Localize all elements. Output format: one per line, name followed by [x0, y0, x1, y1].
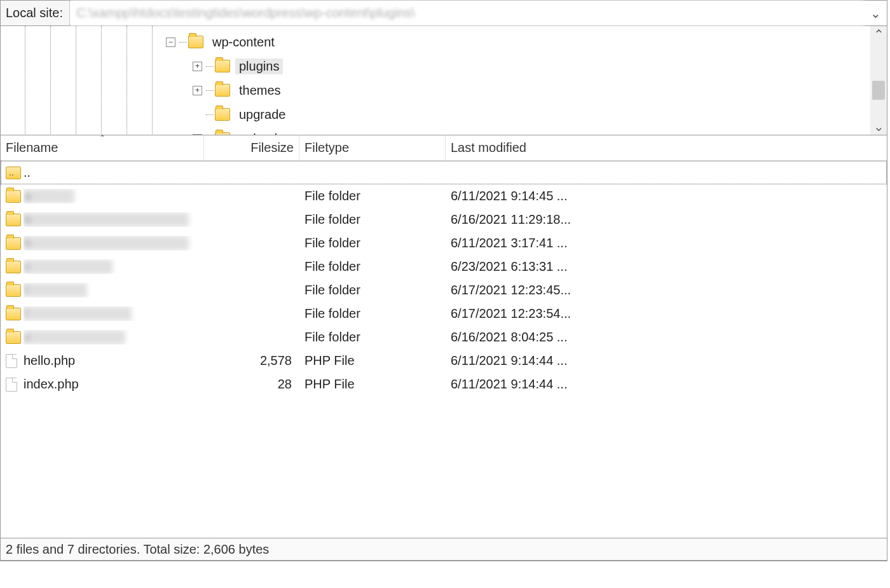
- folder-icon: [215, 108, 230, 121]
- file-row[interactable]: fFile folder6/17/2021 12:23:45...: [1, 278, 887, 302]
- scroll-up-button[interactable]: ⌃: [870, 26, 887, 43]
- file-icon: [6, 354, 17, 368]
- tree-connector: [179, 42, 187, 43]
- file-row[interactable]: hello.php2,578PHP File6/11/2021 9:14:44 …: [1, 349, 887, 373]
- sort-asc-icon: ⌃: [99, 133, 106, 142]
- column-label: Filetype: [305, 140, 349, 155]
- column-header-filesize[interactable]: Filesize: [204, 135, 299, 160]
- column-label: Filesize: [250, 140, 294, 155]
- file-list-header: ⌃ Filename Filesize Filetype Last modifi…: [1, 135, 887, 161]
- file-row[interactable]: fFile folder6/17/2021 12:23:54...: [1, 302, 887, 325]
- tree-item-wp-content[interactable]: −wp-content: [1, 30, 289, 54]
- tree-connector: [206, 114, 214, 115]
- no-expander: [193, 110, 202, 120]
- file-modified: 6/17/2021 12:23:54...: [446, 306, 598, 321]
- scroll-track[interactable]: [870, 43, 887, 118]
- folder-icon: [6, 308, 21, 320]
- expand-icon[interactable]: +: [193, 86, 202, 95]
- file-type: File folder: [299, 236, 446, 250]
- tree-item-uploads[interactable]: +uploads: [1, 126, 289, 135]
- expand-icon[interactable]: +: [193, 62, 202, 71]
- file-modified: 6/16/2021 8:04:25 ...: [446, 330, 598, 345]
- tree-item-label: wp-content: [209, 34, 278, 50]
- folder-icon: [6, 284, 21, 297]
- file-size: 2,578: [204, 353, 299, 368]
- file-modified: 6/11/2021 3:17:41 ...: [446, 236, 598, 250]
- file-type: PHP File: [299, 377, 446, 392]
- tree-item-label: uploads: [235, 131, 287, 136]
- tree-item-label: upgrade: [235, 107, 289, 123]
- local-site-label: Local site:: [1, 1, 70, 25]
- directory-tree-pane: −wp-content+plugins+themes upgrade+uploa…: [1, 26, 887, 135]
- file-name: index.php: [24, 377, 204, 392]
- file-type: File folder: [299, 283, 446, 297]
- folder-icon: [6, 237, 21, 250]
- folder-icon: [6, 190, 21, 203]
- status-text: 2 files and 7 directories. Total size: 2…: [6, 542, 269, 557]
- path-bar: Local site: ⌄: [1, 1, 887, 26]
- file-row[interactable]: aFile folder6/11/2021 9:14:45 ...: [1, 184, 887, 208]
- file-list[interactable]: ..aFile folder6/11/2021 9:14:45 ...bFile…: [1, 161, 887, 396]
- tree-connector: [206, 66, 214, 67]
- file-name: f: [24, 283, 204, 297]
- column-label: Filename: [6, 140, 58, 155]
- tree-item-themes[interactable]: +themes: [1, 78, 289, 102]
- scroll-thumb[interactable]: [872, 81, 885, 100]
- file-type: File folder: [299, 212, 446, 227]
- parent-directory-row[interactable]: ..: [1, 161, 887, 184]
- tree-connector: [206, 90, 214, 91]
- folder-icon: [215, 84, 230, 97]
- file-modified: 6/16/2021 11:29:18...: [446, 212, 598, 227]
- file-type: PHP File: [299, 353, 446, 368]
- scroll-down-button[interactable]: ⌄: [870, 118, 887, 135]
- status-bar: 2 files and 7 directories. Total size: 2…: [1, 538, 887, 561]
- file-icon: [6, 378, 17, 392]
- parent-folder-icon: [6, 167, 21, 179]
- file-row[interactable]: index.php28PHP File6/11/2021 9:14:44 ...: [1, 373, 887, 396]
- file-modified: 6/11/2021 9:14:44 ...: [446, 353, 598, 368]
- tree-item-label: themes: [235, 83, 285, 99]
- folder-icon: [188, 36, 203, 48]
- file-name: b: [24, 212, 204, 227]
- file-type: File folder: [299, 189, 446, 203]
- local-site-panel: Local site: ⌄ −wp-content+plugins+themes…: [0, 0, 887, 561]
- file-name: f: [24, 306, 204, 321]
- file-row[interactable]: cFile folder6/23/2021 6:13:31 ...: [1, 255, 887, 278]
- tree-item-label: plugins: [235, 58, 283, 74]
- file-row[interactable]: bFile folder6/11/2021 3:17:41 ...: [1, 231, 887, 255]
- file-name: hello.php: [24, 353, 204, 368]
- file-list-pane: ⌃ Filename Filesize Filetype Last modifi…: [1, 135, 887, 538]
- folder-icon: [6, 214, 21, 226]
- chevron-down-icon: ⌄: [870, 6, 881, 21]
- file-name: ..: [24, 165, 204, 180]
- tree-item-upgrade[interactable]: upgrade: [1, 102, 289, 126]
- tree-item-plugins[interactable]: +plugins: [1, 54, 289, 78]
- file-type: File folder: [299, 330, 446, 345]
- folder-icon: [215, 60, 230, 72]
- path-dropdown-button[interactable]: ⌄: [864, 1, 887, 25]
- column-header-filename[interactable]: ⌃ Filename: [1, 135, 204, 160]
- file-modified: 6/23/2021 6:13:31 ...: [446, 259, 598, 274]
- column-header-filetype[interactable]: Filetype: [299, 135, 446, 160]
- file-row[interactable]: vFile folder6/16/2021 8:04:25 ...: [1, 325, 887, 349]
- collapse-icon[interactable]: −: [166, 38, 175, 47]
- file-type: File folder: [299, 259, 446, 274]
- file-modified: 6/11/2021 9:14:44 ...: [446, 377, 598, 392]
- tree-scrollbar[interactable]: ⌃ ⌄: [870, 26, 887, 135]
- file-name: a: [24, 189, 204, 203]
- local-path-input[interactable]: [70, 1, 864, 25]
- folder-icon: [6, 331, 21, 344]
- file-size: 28: [204, 377, 299, 392]
- file-name: b: [24, 236, 204, 250]
- file-modified: 6/11/2021 9:14:45 ...: [446, 189, 598, 203]
- file-name: v: [24, 330, 204, 345]
- file-type: File folder: [299, 306, 446, 321]
- directory-tree[interactable]: −wp-content+plugins+themes upgrade+uploa…: [1, 26, 289, 135]
- file-modified: 6/17/2021 12:23:45...: [446, 283, 598, 297]
- chevron-up-icon: ⌃: [873, 27, 884, 42]
- folder-icon: [6, 261, 21, 273]
- column-header-last-modified[interactable]: Last modified: [446, 135, 598, 160]
- chevron-down-icon: ⌄: [873, 119, 884, 134]
- file-row[interactable]: bFile folder6/16/2021 11:29:18...: [1, 208, 887, 231]
- file-name: c: [24, 259, 204, 274]
